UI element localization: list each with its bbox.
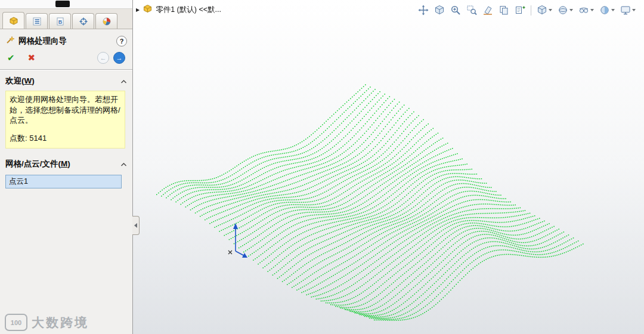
panel-splitter-handle[interactable]	[132, 216, 140, 235]
wizard-header: 网格处理向导 ?	[0, 29, 132, 51]
section-view-icon[interactable]	[482, 5, 493, 16]
tab-dimxpertmanager[interactable]	[72, 13, 94, 29]
point-cloud-canvas[interactable]	[133, 0, 644, 334]
view-palette-icon[interactable]	[515, 5, 525, 16]
mesh-section-label: 网格/点云/文件(M)	[5, 159, 70, 169]
dropdown-caret-icon[interactable]	[590, 9, 594, 11]
collapse-panel-icon	[134, 223, 137, 228]
selected-point-cloud[interactable]: 点云1	[9, 177, 28, 187]
tab-displaymanager[interactable]	[95, 13, 117, 29]
collapse-chevron-icon[interactable]	[120, 77, 127, 86]
ok-button[interactable]: ✔	[7, 52, 15, 63]
previous-view-icon[interactable]	[499, 5, 509, 16]
tab-configurationmanager[interactable]: B	[49, 13, 71, 29]
collapse-chevron-icon[interactable]	[120, 160, 127, 169]
point-count: 点数: 5141	[10, 133, 121, 144]
heads-up-toolbar	[418, 5, 636, 16]
origin-triad	[222, 219, 258, 265]
mesh-section-header[interactable]: 网格/点云/文件(M)	[0, 153, 132, 172]
watermark-badge: 100	[5, 314, 27, 331]
view-settings-icon[interactable]	[620, 5, 636, 16]
breadcrumb[interactable]: ▶ 零件1 (默认) <<默...	[136, 4, 221, 15]
tab-propertymanager[interactable]	[2, 12, 24, 29]
expand-tree-icon[interactable]: ▶	[136, 7, 140, 13]
panel-tabs: B	[0, 9, 132, 29]
breadcrumb-label[interactable]: 零件1 (默认) <<默...	[156, 5, 221, 15]
next-button[interactable]: →	[113, 52, 125, 64]
property-manager-panel: B 网格处理向导 ? ✔ ✖ ← → 欢迎(W) 欢迎使用网格处理向导。若想开始…	[0, 0, 133, 334]
view-cube-icon[interactable]	[434, 5, 445, 16]
dropdown-caret-icon[interactable]	[632, 9, 636, 11]
display-style-icon[interactable]	[558, 5, 573, 16]
wizard-icon	[5, 35, 15, 47]
welcome-message-box: 欢迎使用网格处理向导。若想开始，选择您想制备或清理的网格/点云。 点数: 514…	[5, 91, 125, 149]
zoom-to-area-icon[interactable]	[466, 5, 477, 16]
viewport[interactable]: ▶ 零件1 (默认) <<默...	[133, 0, 644, 334]
dropdown-caret-icon[interactable]	[569, 9, 573, 11]
zoom-to-fit-icon[interactable]	[450, 5, 461, 16]
pan-3d-icon[interactable]	[418, 5, 429, 16]
part-icon	[143, 4, 152, 15]
dropdown-caret-icon[interactable]	[611, 9, 615, 11]
help-icon[interactable]: ?	[116, 36, 127, 47]
watermark-text: 大数跨境	[32, 314, 89, 331]
dropdown-caret-icon[interactable]	[549, 9, 552, 11]
hide-show-items-icon[interactable]	[578, 5, 594, 16]
window-top-strip	[0, 0, 132, 9]
wizard-actions: ✔ ✖ ← →	[0, 51, 132, 69]
back-button[interactable]: ←	[97, 52, 109, 64]
toolbar-separator	[531, 5, 531, 16]
collapsed-menu-stub	[55, 1, 70, 7]
cancel-button[interactable]: ✖	[28, 52, 36, 63]
welcome-section-label: 欢迎(W)	[5, 76, 35, 86]
svg-text:B: B	[58, 18, 62, 24]
view-orientation-icon[interactable]	[537, 5, 552, 16]
welcome-section-header[interactable]: 欢迎(W)	[0, 70, 132, 89]
edit-appearance-icon[interactable]	[599, 5, 615, 16]
welcome-message: 欢迎使用网格处理向导。若想开始，选择您想制备或清理的网格/点云。	[10, 94, 121, 126]
watermark: 100 大数跨境	[5, 314, 89, 331]
panel-title: 网格处理向导	[18, 36, 67, 47]
mesh-selection-box[interactable]: 点云1	[5, 175, 122, 188]
tab-featuremanager[interactable]	[26, 13, 48, 29]
